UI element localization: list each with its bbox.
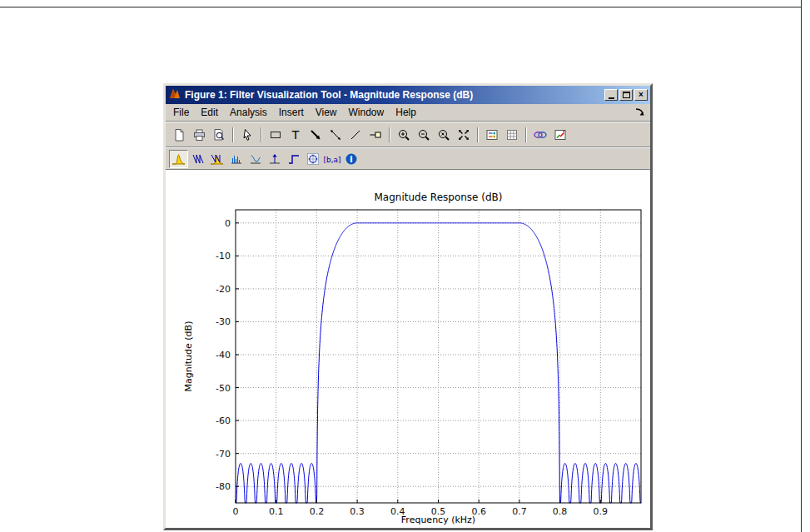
minimize-icon	[609, 97, 614, 99]
x-axis-label: Frequency (kHz)	[236, 515, 641, 525]
new-file-icon	[172, 128, 186, 142]
menu-item[interactable]: Insert	[273, 105, 310, 120]
impulse-response-button[interactable]	[265, 150, 284, 168]
phase-response-button[interactable]	[188, 150, 207, 168]
rectangle-tool-button[interactable]	[266, 125, 286, 145]
svg-text:-40: -40	[216, 350, 231, 360]
filter-info-button[interactable]: i	[341, 150, 360, 168]
rectangle-icon	[269, 128, 282, 142]
zoom-out-button[interactable]	[414, 125, 434, 145]
pin-tool-button[interactable]	[365, 125, 385, 145]
double-arrow-tool-button[interactable]	[325, 125, 345, 145]
new-file-button[interactable]	[169, 125, 189, 145]
magnitude-and-phase-icon	[210, 152, 224, 166]
menu-item[interactable]: Help	[390, 105, 422, 120]
line-icon	[349, 128, 362, 142]
restore-view-icon	[457, 128, 470, 142]
pointer-button[interactable]	[237, 125, 257, 145]
menu-bar: FileEditAnalysisInsertViewWindowHelp	[166, 104, 650, 122]
legend-icon	[485, 128, 499, 142]
svg-text:0: 0	[225, 218, 231, 229]
zoom-in-button[interactable]	[394, 125, 414, 145]
window-titlebar[interactable]: Figure 1: Filter Visualization Tool - Ma…	[166, 86, 650, 104]
svg-text:-30: -30	[216, 316, 231, 327]
menu-item[interactable]: Analysis	[224, 105, 273, 120]
print-preview-button[interactable]	[209, 125, 229, 145]
page-frame-right-line	[801, 0, 802, 532]
legend-button[interactable]	[482, 125, 502, 145]
dock-figure-icon[interactable]	[634, 107, 645, 120]
menu-item[interactable]: View	[310, 105, 343, 120]
step-response-icon	[287, 152, 301, 166]
toolbar-separator	[261, 127, 262, 142]
print-preview-icon	[212, 128, 226, 142]
restore-view-button[interactable]	[454, 125, 474, 145]
svg-text:-50: -50	[216, 383, 231, 394]
minimize-button[interactable]	[604, 89, 618, 101]
figure-toolbar: T	[166, 122, 650, 147]
filter-coefficients-icon: [b,a]	[323, 152, 341, 166]
arrow-icon	[309, 128, 322, 142]
print-icon	[192, 128, 206, 142]
svg-text:-10: -10	[216, 251, 231, 261]
pointer-icon	[241, 128, 254, 142]
magnitude-response-button[interactable]	[169, 150, 188, 168]
figure-canvas: 00.10.20.30.40.50.60.70.80.90-10-20-30-4…	[166, 170, 650, 528]
svg-text:-70: -70	[216, 449, 231, 460]
text-tool-icon: T	[289, 128, 302, 142]
phase-delay-icon	[249, 152, 262, 166]
svg-text:-20: -20	[216, 284, 231, 295]
phase-delay-button[interactable]	[246, 150, 265, 168]
svg-text:[b,a]: [b,a]	[323, 156, 340, 164]
filter-coefficients-button[interactable]: [b,a]	[322, 150, 341, 168]
menu-item[interactable]: File	[167, 105, 195, 120]
zoom-out-icon	[417, 128, 430, 142]
add-data-icon	[554, 128, 567, 142]
analysis-toolbar: [b,a] i	[166, 147, 650, 170]
add-data-button[interactable]	[550, 125, 570, 145]
fvtool-window: Figure 1: Filter Visualization Tool - Ma…	[163, 83, 653, 530]
menu-item[interactable]: Window	[343, 105, 390, 120]
maximize-icon	[623, 92, 630, 98]
phase-response-icon	[191, 152, 205, 166]
arrow-tool-button[interactable]	[306, 125, 325, 145]
double-arrow-icon	[329, 128, 342, 142]
zoom-in-icon	[397, 128, 410, 142]
line-tool-button[interactable]	[345, 125, 365, 145]
toolbar-separator	[525, 127, 527, 142]
grid-button[interactable]	[502, 125, 522, 145]
text-tool-button[interactable]: T	[286, 125, 306, 145]
magnitude-and-phase-button[interactable]	[207, 150, 226, 168]
group-delay-icon	[230, 152, 243, 166]
step-response-button[interactable]	[284, 150, 303, 168]
print-button[interactable]	[189, 125, 209, 145]
svg-text:-60: -60	[216, 415, 231, 426]
menu-item[interactable]: Edit	[195, 105, 224, 120]
zoom-x-icon	[437, 128, 450, 142]
zoom-x-button[interactable]	[434, 125, 454, 145]
svg-text:i: i	[350, 154, 353, 165]
plot-title: Magnitude Response (dB)	[236, 191, 641, 203]
toolbar-separator	[232, 127, 234, 142]
pole-zero-icon	[306, 152, 320, 166]
page-frame-top-line	[0, 7, 802, 7]
pole-zero-button[interactable]	[303, 150, 322, 168]
svg-text:-80: -80	[216, 481, 231, 492]
svg-text:T: T	[291, 128, 300, 142]
window-title: Figure 1: Filter Visualization Tool - Ma…	[185, 89, 601, 101]
response-plot[interactable]: 00.10.20.30.40.50.60.70.80.90-10-20-30-4…	[166, 170, 650, 528]
impulse-response-icon	[268, 152, 281, 166]
screenshot-root: Figure 1: Filter Visualization Tool - Ma…	[0, 0, 810, 532]
link-axes-button[interactable]	[530, 125, 550, 145]
group-delay-button[interactable]	[226, 150, 246, 168]
toolbar-separator	[477, 127, 479, 142]
matlab-figure-icon	[168, 87, 181, 103]
close-icon: ×	[639, 91, 644, 99]
pin-icon	[369, 128, 382, 142]
toolbar-separator	[389, 127, 390, 142]
close-button[interactable]: ×	[634, 89, 648, 101]
magnitude-response-icon	[171, 152, 186, 166]
y-axis-label: Magnitude (dB)	[183, 321, 194, 392]
maximize-button[interactable]	[619, 89, 633, 101]
filter-info-icon: i	[345, 152, 358, 166]
